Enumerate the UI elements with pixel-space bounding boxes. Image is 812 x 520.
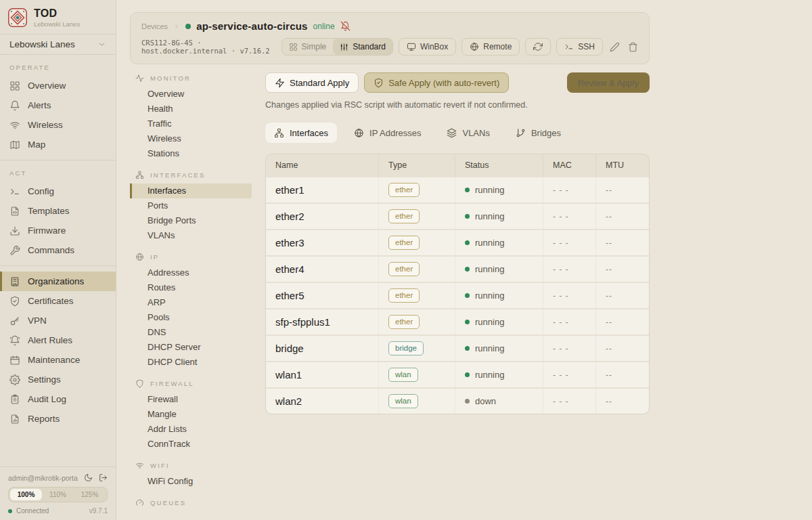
sidebar-item-audit-log[interactable]: Audit Log <box>0 389 116 409</box>
table-row-wlan1[interactable]: wlan1wlanrunning- - --- <box>266 362 649 387</box>
breadcrumb[interactable]: Devices <box>141 22 168 30</box>
sidebar-item-alert-rules[interactable]: Alert Rules <box>0 330 116 350</box>
table-row-ether4[interactable]: ether4etherrunning- - --- <box>266 257 649 282</box>
config-section-interfaces: INTERFACES <box>130 161 265 183</box>
connection-status-dot <box>8 509 12 513</box>
config-item-firewall[interactable]: Firewall <box>130 392 252 407</box>
config-item-queues[interactable]: Queues <box>130 511 252 515</box>
ssh-button[interactable]: SSH <box>556 38 603 56</box>
sidebar-item-map[interactable]: Map <box>0 135 116 154</box>
status-cell: running <box>465 370 504 380</box>
tab-bridges[interactable]: Bridges <box>507 123 570 143</box>
sidebar-item-wireless[interactable]: Wireless <box>0 115 116 135</box>
type-badge: ether <box>388 209 420 224</box>
status-label: down <box>475 396 496 406</box>
config-item-wireless[interactable]: Wireless <box>130 131 252 146</box>
config-item-overview[interactable]: Overview <box>130 87 252 102</box>
clipboard-icon <box>9 394 20 405</box>
interface-name: bridge <box>266 336 378 361</box>
org-selector[interactable]: Lebowski Lanes <box>0 35 116 55</box>
status-dot <box>465 346 470 351</box>
mac-cell: - - - <box>543 309 595 334</box>
dark-mode-toggle-icon[interactable] <box>84 473 93 482</box>
shield-check-icon <box>9 296 20 307</box>
table-row-sfp-sfpplus1[interactable]: sfp-sfpplus1etherrunning- - --- <box>266 309 649 334</box>
sidebar-item-commands[interactable]: Commands <box>0 240 116 260</box>
zoom-option-100[interactable]: 100% <box>10 489 42 500</box>
remote-button[interactable]: Remote <box>461 38 520 56</box>
tab-vlans[interactable]: VLANs <box>438 123 498 143</box>
table-header: NameTypeStatusMACMTU <box>266 154 649 176</box>
connection-status-label: Connected <box>16 507 49 515</box>
sidebar-item-organizations[interactable]: Organizations <box>0 272 116 291</box>
tab-ip-addresses[interactable]: IP Addresses <box>345 123 430 143</box>
sidebar-item-certificates[interactable]: Certificates <box>0 291 116 311</box>
mac-cell: - - - <box>543 336 595 361</box>
table-body: ether1etherrunning- - ---ether2etherrunn… <box>266 177 649 414</box>
status-label: running <box>475 238 504 248</box>
table-row-ether3[interactable]: ether3etherrunning- - --- <box>266 230 649 255</box>
config-item-addr-lists[interactable]: Addr Lists <box>130 422 252 437</box>
notifications-muted-icon[interactable] <box>340 21 351 31</box>
table-row-ether1[interactable]: ether1etherrunning- - --- <box>266 177 649 202</box>
sidebar-item-templates[interactable]: Templates <box>0 201 116 221</box>
sidebar-item-maintenance[interactable]: Maintenance <box>0 350 116 370</box>
column-header-mac: MAC <box>543 154 595 176</box>
config-item-arp[interactable]: ARP <box>130 295 252 310</box>
table-row-bridge[interactable]: bridgebridgerunning- - --- <box>266 336 649 361</box>
sidebar-item-settings[interactable]: Settings <box>0 370 116 389</box>
shield-check-icon <box>374 78 384 88</box>
config-item-dns[interactable]: DNS <box>130 325 252 340</box>
sidebar-item-label: Settings <box>28 374 61 385</box>
config-item-ports[interactable]: Ports <box>130 198 252 213</box>
view-mode-simple[interactable]: Simple <box>282 39 334 55</box>
sidebar-item-label: Overview <box>28 81 66 91</box>
sidebar-item-label: Certificates <box>28 296 74 306</box>
config-item-health[interactable]: Health <box>130 102 252 116</box>
config-item-dhcp-client[interactable]: DHCP Client <box>130 355 252 370</box>
mtu-cell: -- <box>595 309 649 334</box>
layers-icon <box>447 128 457 138</box>
config-item-vlans[interactable]: VLANs <box>130 228 252 243</box>
sidebar-item-firmware[interactable]: Firmware <box>0 221 116 240</box>
table-row-wlan2[interactable]: wlan2wlandown- - --- <box>266 389 649 414</box>
config-item-addresses[interactable]: Addresses <box>130 265 252 280</box>
config-item-mangle[interactable]: Mangle <box>130 407 252 422</box>
sidebar-item-reports[interactable]: Reports <box>0 409 116 429</box>
map-icon <box>9 139 20 150</box>
sidebar-item-overview[interactable]: Overview <box>0 76 116 95</box>
config-item-wifi-config[interactable]: WiFi Config <box>130 474 252 489</box>
bolt-icon <box>275 78 285 88</box>
status-dot <box>465 320 470 324</box>
safe-apply-button[interactable]: Safe Apply (with auto-revert) <box>364 72 509 93</box>
winbox-button[interactable]: WinBox <box>399 38 456 56</box>
table-row-ether5[interactable]: ether5etherrunning- - --- <box>266 283 649 308</box>
sidebar-item-alerts[interactable]: Alerts <box>0 95 116 115</box>
sidebar-item-config[interactable]: Config <box>0 181 116 201</box>
logout-icon[interactable] <box>99 473 108 482</box>
config-item-traffic[interactable]: Traffic <box>130 116 252 131</box>
config-item-interfaces[interactable]: Interfaces <box>130 183 252 198</box>
table-row-ether2[interactable]: ether2etherrunning- - --- <box>266 204 649 229</box>
delete-button[interactable] <box>628 42 638 52</box>
view-mode-standard[interactable]: Standard <box>333 39 392 55</box>
zoom-option-125[interactable]: 125% <box>74 489 106 500</box>
config-section-wifi: WIFI <box>130 452 265 474</box>
edit-button[interactable] <box>610 42 620 52</box>
zoom-option-110[interactable]: 110% <box>42 489 74 500</box>
config-item-conntrack[interactable]: ConnTrack <box>130 437 252 452</box>
refresh-button[interactable] <box>525 38 551 56</box>
type-badge: bridge <box>388 341 424 356</box>
config-item-stations[interactable]: Stations <box>130 146 252 161</box>
status-dot <box>465 188 470 192</box>
sidebar-item-vpn[interactable]: VPN <box>0 311 116 330</box>
sidebar-item-label: Audit Log <box>28 394 66 404</box>
tab-interfaces[interactable]: Interfaces <box>265 123 337 143</box>
config-item-dhcp-server[interactable]: DHCP Server <box>130 340 252 355</box>
status-dot <box>465 372 470 377</box>
standard-apply-button[interactable]: Standard Apply <box>265 72 359 93</box>
config-item-bridge-ports[interactable]: Bridge Ports <box>130 213 252 228</box>
review-apply-button[interactable]: Review & Apply <box>567 72 650 93</box>
config-item-pools[interactable]: Pools <box>130 310 252 325</box>
config-item-routes[interactable]: Routes <box>130 280 252 295</box>
